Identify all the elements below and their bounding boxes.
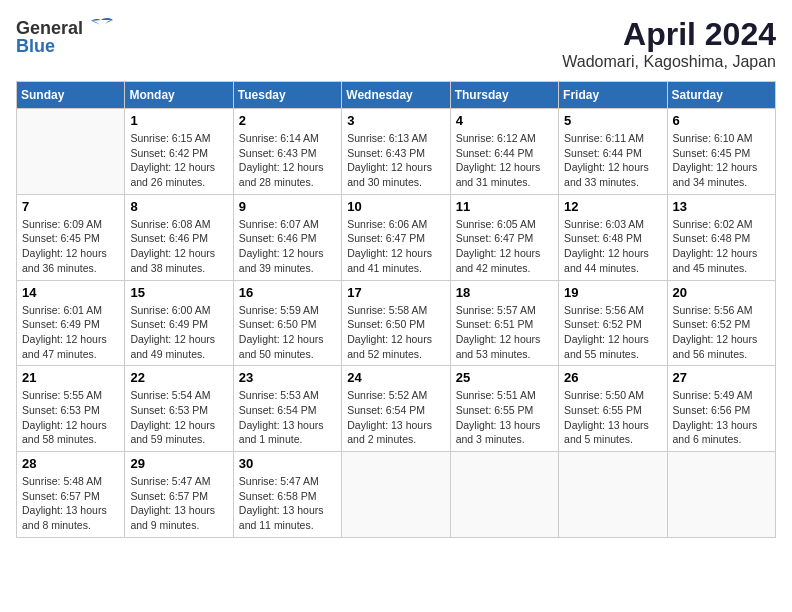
month-title: April 2024 [562,16,776,53]
week-row-4: 21Sunrise: 5:55 AM Sunset: 6:53 PM Dayli… [17,366,776,452]
day-info: Sunrise: 6:14 AM Sunset: 6:43 PM Dayligh… [239,131,336,190]
day-number: 4 [456,113,553,128]
day-number: 26 [564,370,661,385]
logo: General Blue [16,16,115,57]
day-info: Sunrise: 5:52 AM Sunset: 6:54 PM Dayligh… [347,388,444,447]
day-info: Sunrise: 6:03 AM Sunset: 6:48 PM Dayligh… [564,217,661,276]
calendar-cell-w1-d3: 3Sunrise: 6:13 AM Sunset: 6:43 PM Daylig… [342,109,450,195]
col-sunday: Sunday [17,82,125,109]
calendar-cell-w3-d3: 17Sunrise: 5:58 AM Sunset: 6:50 PM Dayli… [342,280,450,366]
col-tuesday: Tuesday [233,82,341,109]
day-info: Sunrise: 5:48 AM Sunset: 6:57 PM Dayligh… [22,474,119,533]
calendar-cell-w3-d5: 19Sunrise: 5:56 AM Sunset: 6:52 PM Dayli… [559,280,667,366]
calendar-cell-w5-d2: 30Sunrise: 5:47 AM Sunset: 6:58 PM Dayli… [233,452,341,538]
day-info: Sunrise: 6:02 AM Sunset: 6:48 PM Dayligh… [673,217,770,276]
day-number: 3 [347,113,444,128]
day-number: 20 [673,285,770,300]
calendar-cell-w4-d5: 26Sunrise: 5:50 AM Sunset: 6:55 PM Dayli… [559,366,667,452]
calendar-cell-w5-d1: 29Sunrise: 5:47 AM Sunset: 6:57 PM Dayli… [125,452,233,538]
day-number: 5 [564,113,661,128]
day-info: Sunrise: 6:08 AM Sunset: 6:46 PM Dayligh… [130,217,227,276]
day-info: Sunrise: 6:06 AM Sunset: 6:47 PM Dayligh… [347,217,444,276]
day-info: Sunrise: 5:56 AM Sunset: 6:52 PM Dayligh… [564,303,661,362]
calendar-cell-w2-d4: 11Sunrise: 6:05 AM Sunset: 6:47 PM Dayli… [450,194,558,280]
day-number: 17 [347,285,444,300]
day-info: Sunrise: 5:50 AM Sunset: 6:55 PM Dayligh… [564,388,661,447]
logo-blue-text: Blue [16,36,55,57]
calendar-cell-w4-d0: 21Sunrise: 5:55 AM Sunset: 6:53 PM Dayli… [17,366,125,452]
day-info: Sunrise: 6:09 AM Sunset: 6:45 PM Dayligh… [22,217,119,276]
day-number: 22 [130,370,227,385]
col-wednesday: Wednesday [342,82,450,109]
day-number: 16 [239,285,336,300]
day-info: Sunrise: 6:13 AM Sunset: 6:43 PM Dayligh… [347,131,444,190]
day-number: 18 [456,285,553,300]
calendar-cell-w4-d3: 24Sunrise: 5:52 AM Sunset: 6:54 PM Dayli… [342,366,450,452]
calendar-cell-w2-d5: 12Sunrise: 6:03 AM Sunset: 6:48 PM Dayli… [559,194,667,280]
day-number: 24 [347,370,444,385]
calendar-cell-w4-d2: 23Sunrise: 5:53 AM Sunset: 6:54 PM Dayli… [233,366,341,452]
day-info: Sunrise: 5:51 AM Sunset: 6:55 PM Dayligh… [456,388,553,447]
day-number: 27 [673,370,770,385]
day-number: 12 [564,199,661,214]
week-row-1: 1Sunrise: 6:15 AM Sunset: 6:42 PM Daylig… [17,109,776,195]
calendar-cell-w1-d6: 6Sunrise: 6:10 AM Sunset: 6:45 PM Daylig… [667,109,775,195]
day-number: 25 [456,370,553,385]
calendar-cell-w5-d0: 28Sunrise: 5:48 AM Sunset: 6:57 PM Dayli… [17,452,125,538]
calendar-cell-w4-d1: 22Sunrise: 5:54 AM Sunset: 6:53 PM Dayli… [125,366,233,452]
calendar-cell-w1-d4: 4Sunrise: 6:12 AM Sunset: 6:44 PM Daylig… [450,109,558,195]
col-monday: Monday [125,82,233,109]
calendar-cell-w3-d1: 15Sunrise: 6:00 AM Sunset: 6:49 PM Dayli… [125,280,233,366]
calendar-cell-w4-d4: 25Sunrise: 5:51 AM Sunset: 6:55 PM Dayli… [450,366,558,452]
calendar-cell-w5-d3 [342,452,450,538]
day-info: Sunrise: 6:05 AM Sunset: 6:47 PM Dayligh… [456,217,553,276]
day-info: Sunrise: 6:01 AM Sunset: 6:49 PM Dayligh… [22,303,119,362]
col-thursday: Thursday [450,82,558,109]
day-info: Sunrise: 5:57 AM Sunset: 6:51 PM Dayligh… [456,303,553,362]
calendar-cell-w2-d1: 8Sunrise: 6:08 AM Sunset: 6:46 PM Daylig… [125,194,233,280]
col-friday: Friday [559,82,667,109]
title-section: April 2024 Wadomari, Kagoshima, Japan [562,16,776,71]
day-number: 19 [564,285,661,300]
day-info: Sunrise: 6:11 AM Sunset: 6:44 PM Dayligh… [564,131,661,190]
day-info: Sunrise: 5:58 AM Sunset: 6:50 PM Dayligh… [347,303,444,362]
day-info: Sunrise: 5:54 AM Sunset: 6:53 PM Dayligh… [130,388,227,447]
calendar-cell-w2-d3: 10Sunrise: 6:06 AM Sunset: 6:47 PM Dayli… [342,194,450,280]
day-number: 13 [673,199,770,214]
day-info: Sunrise: 5:47 AM Sunset: 6:58 PM Dayligh… [239,474,336,533]
day-info: Sunrise: 6:12 AM Sunset: 6:44 PM Dayligh… [456,131,553,190]
calendar-cell-w3-d2: 16Sunrise: 5:59 AM Sunset: 6:50 PM Dayli… [233,280,341,366]
calendar-cell-w3-d4: 18Sunrise: 5:57 AM Sunset: 6:51 PM Dayli… [450,280,558,366]
day-info: Sunrise: 6:15 AM Sunset: 6:42 PM Dayligh… [130,131,227,190]
day-number: 2 [239,113,336,128]
day-number: 29 [130,456,227,471]
calendar: Sunday Monday Tuesday Wednesday Thursday… [16,81,776,538]
week-row-2: 7Sunrise: 6:09 AM Sunset: 6:45 PM Daylig… [17,194,776,280]
day-info: Sunrise: 6:00 AM Sunset: 6:49 PM Dayligh… [130,303,227,362]
calendar-cell-w3-d0: 14Sunrise: 6:01 AM Sunset: 6:49 PM Dayli… [17,280,125,366]
calendar-cell-w1-d2: 2Sunrise: 6:14 AM Sunset: 6:43 PM Daylig… [233,109,341,195]
calendar-header-row: Sunday Monday Tuesday Wednesday Thursday… [17,82,776,109]
calendar-cell-w1-d1: 1Sunrise: 6:15 AM Sunset: 6:42 PM Daylig… [125,109,233,195]
day-info: Sunrise: 5:47 AM Sunset: 6:57 PM Dayligh… [130,474,227,533]
week-row-3: 14Sunrise: 6:01 AM Sunset: 6:49 PM Dayli… [17,280,776,366]
calendar-cell-w4-d6: 27Sunrise: 5:49 AM Sunset: 6:56 PM Dayli… [667,366,775,452]
calendar-cell-w3-d6: 20Sunrise: 5:56 AM Sunset: 6:52 PM Dayli… [667,280,775,366]
day-number: 9 [239,199,336,214]
calendar-cell-w5-d5 [559,452,667,538]
day-info: Sunrise: 5:55 AM Sunset: 6:53 PM Dayligh… [22,388,119,447]
col-saturday: Saturday [667,82,775,109]
day-number: 11 [456,199,553,214]
calendar-cell-w1-d0 [17,109,125,195]
day-number: 7 [22,199,119,214]
week-row-5: 28Sunrise: 5:48 AM Sunset: 6:57 PM Dayli… [17,452,776,538]
day-number: 15 [130,285,227,300]
calendar-cell-w2-d0: 7Sunrise: 6:09 AM Sunset: 6:45 PM Daylig… [17,194,125,280]
day-number: 30 [239,456,336,471]
calendar-cell-w5-d6 [667,452,775,538]
day-number: 10 [347,199,444,214]
logo-bird-icon [87,16,115,40]
day-number: 28 [22,456,119,471]
day-info: Sunrise: 5:59 AM Sunset: 6:50 PM Dayligh… [239,303,336,362]
calendar-cell-w2-d2: 9Sunrise: 6:07 AM Sunset: 6:46 PM Daylig… [233,194,341,280]
